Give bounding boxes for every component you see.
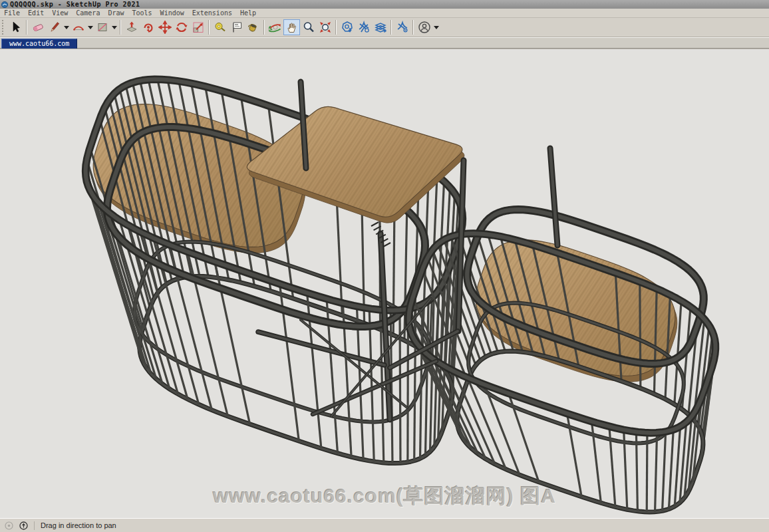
- zoom-tool-button[interactable]: [300, 19, 317, 35]
- paint-bucket-icon: [247, 21, 260, 34]
- eraser-icon: [31, 21, 45, 34]
- account-person-icon: [418, 21, 431, 34]
- text-label-icon: [230, 21, 243, 34]
- zoom-extents-tool-button[interactable]: [317, 19, 333, 35]
- rectangle-icon: [96, 21, 109, 34]
- toolbar-separator: [412, 20, 414, 35]
- menu-view[interactable]: View: [48, 9, 72, 17]
- scene-tab-bar: www.caotu66.com: [0, 37, 769, 49]
- push-pull-tool-button[interactable]: [123, 19, 140, 35]
- paint-bucket-tool-button[interactable]: [245, 19, 261, 35]
- plugin-settings-icon: [396, 21, 409, 34]
- plugin-layers-button[interactable]: [372, 19, 388, 35]
- toolbar-separator: [263, 20, 265, 35]
- statusbar-hint: Drag in direction to pan: [41, 521, 116, 529]
- orbit-tool-button[interactable]: [267, 19, 283, 35]
- plugin-layers-icon: [374, 21, 387, 34]
- toolbar: [0, 18, 769, 37]
- menu-camera[interactable]: Camera: [72, 9, 104, 17]
- arc-tool-button[interactable]: [70, 19, 86, 35]
- plugin-settings-button[interactable]: [394, 19, 410, 35]
- model-3d-scene: [0, 49, 769, 519]
- menu-draw[interactable]: Draw: [104, 9, 128, 17]
- zoom-icon: [302, 21, 315, 34]
- watermark-text: www.caotu66.com(草图溜溜网) 图A: [213, 483, 556, 510]
- account-button[interactable]: [416, 19, 432, 35]
- toolbar-separator: [335, 20, 337, 35]
- sketchup-logo-icon: [1, 1, 8, 8]
- menu-tools[interactable]: Tools: [128, 9, 156, 17]
- arc-icon: [72, 21, 85, 34]
- pan-hand-icon: [285, 21, 299, 34]
- tape-measure-tool-button[interactable]: [212, 19, 228, 35]
- tape-measure-icon: [214, 21, 227, 34]
- toolbar-separator: [390, 20, 392, 35]
- pencil-icon: [48, 21, 61, 34]
- toolbar-separator: [208, 20, 210, 35]
- orbit-icon: [269, 21, 282, 34]
- plugin-cleanup-icon: [357, 21, 371, 34]
- window-title: QQQQQQ.skp - SketchUp Pro 2021: [10, 0, 140, 9]
- toolbar-separator: [120, 20, 121, 35]
- zoom-extents-icon: [319, 21, 332, 34]
- follow-me-tool-button[interactable]: [140, 19, 156, 35]
- toolbar-grip[interactable]: [2, 20, 5, 35]
- rotate-tool-button[interactable]: [173, 19, 190, 35]
- rectangle-tool-button[interactable]: [94, 19, 110, 35]
- menu-window[interactable]: Window: [156, 9, 188, 17]
- menu-edit[interactable]: Edit: [24, 9, 48, 17]
- eraser-tool-button[interactable]: [29, 19, 46, 35]
- menu-bar: File Edit View Camera Draw Tools Window …: [0, 9, 769, 18]
- arc-tool-dropdown[interactable]: [86, 19, 94, 35]
- plugin-download-button[interactable]: [339, 19, 355, 35]
- plugin-hexagon-download-icon: [341, 21, 354, 34]
- scale-tool-button[interactable]: [190, 19, 206, 35]
- line-tool-button[interactable]: [46, 19, 63, 35]
- select-tool-button[interactable]: [7, 19, 24, 35]
- plugin-cleanup-button[interactable]: [355, 19, 372, 35]
- status-bar: Drag in direction to pan: [0, 518, 769, 532]
- toolbar-separator: [26, 20, 27, 35]
- pan-tool-button[interactable]: [283, 19, 300, 35]
- move-icon: [158, 21, 172, 34]
- line-tool-dropdown[interactable]: [63, 19, 70, 35]
- push-pull-icon: [125, 21, 138, 34]
- menu-extensions[interactable]: Extensions: [188, 9, 236, 17]
- rectangle-tool-dropdown[interactable]: [110, 19, 118, 35]
- scale-icon: [192, 21, 205, 34]
- menu-file[interactable]: File: [0, 9, 24, 17]
- scene-tab-active[interactable]: www.caotu66.com: [1, 39, 77, 49]
- menu-help[interactable]: Help: [236, 9, 260, 17]
- move-tool-button[interactable]: [156, 19, 173, 35]
- info-icon[interactable]: [19, 521, 28, 530]
- model-viewport[interactable]: www.caotu66.com(草图溜溜网) 图A: [0, 49, 769, 518]
- statusbar-divider: [34, 521, 35, 530]
- window-titlebar: QQQQQQ.skp - SketchUp Pro 2021: [0, 0, 769, 9]
- follow-me-icon: [142, 21, 155, 34]
- text-tool-button[interactable]: [228, 19, 245, 35]
- rotate-icon: [175, 21, 188, 34]
- account-dropdown[interactable]: [432, 19, 440, 35]
- geolocation-icon[interactable]: [5, 521, 13, 530]
- select-arrow-icon: [9, 21, 23, 34]
